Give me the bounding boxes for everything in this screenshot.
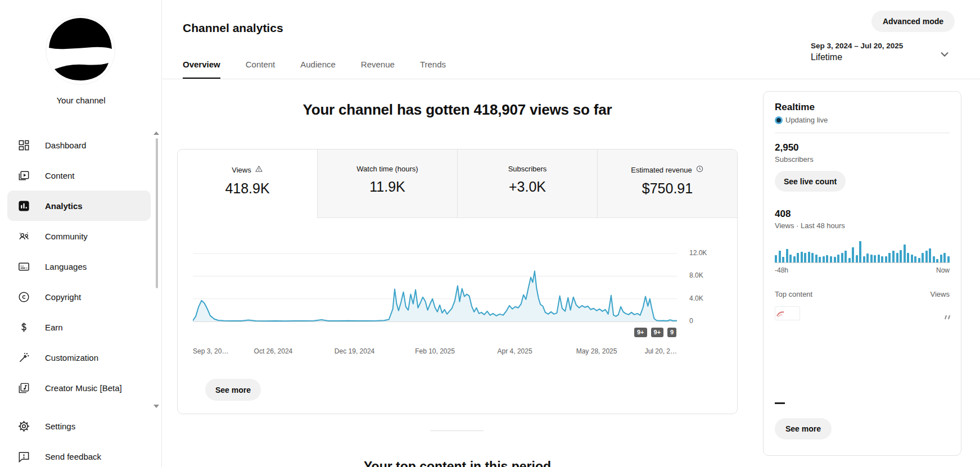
community-icon	[17, 229, 30, 243]
video-thumbnail[interactable]	[775, 306, 800, 320]
realtime-status: Updating live	[775, 116, 950, 124]
realtime-bar	[856, 255, 858, 262]
sidebar-item-content[interactable]: Content	[7, 160, 151, 191]
axis-left-label: -48h	[775, 266, 788, 274]
views-line-chart[interactable]	[193, 228, 677, 341]
realtime-bar-chart[interactable]	[775, 241, 950, 263]
tab-content[interactable]: Content	[246, 54, 276, 79]
realtime-bar	[782, 257, 784, 262]
y-axis-tick: 12.0K	[689, 249, 707, 257]
realtime-bar	[904, 244, 906, 262]
page-title: Channel analytics	[183, 21, 283, 35]
sidebar-item-customization[interactable]: Customization	[7, 342, 151, 373]
sidebar-item-send-feedback[interactable]: Send feedback	[7, 441, 151, 467]
analytics-summary-card: Views418.9KWatch time (hours)11.9KSubscr…	[177, 149, 738, 414]
x-axis-tick: Apr 4, 2025	[498, 347, 532, 355]
realtime-bar	[801, 252, 803, 262]
metric-tab-estimated-revenue[interactable]: Estimated revenue$750.91	[597, 149, 737, 218]
realtime-bar	[811, 253, 814, 262]
sidebar-scrollbar-thumb[interactable]	[156, 138, 158, 288]
sidebar-item-settings[interactable]: Settings	[7, 411, 151, 441]
sidebar-item-label: Customization	[45, 353, 98, 362]
sidebar-item-languages[interactable]: Languages	[7, 251, 151, 282]
y-axis-tick: 8.0K	[689, 271, 703, 279]
youtube-studio-analytics-page: Your channel DashboardContentAnalyticsCo…	[0, 0, 980, 467]
scrollbar-up-arrow[interactable]	[153, 132, 159, 135]
realtime-bar	[878, 255, 880, 262]
analytics-icon	[17, 199, 30, 212]
chart-note-badge[interactable]: 9+	[651, 328, 664, 337]
chevron-down-icon[interactable]	[938, 47, 951, 61]
sidebar-item-label: Dashboard	[45, 140, 86, 150]
metric-tab-subscribers[interactable]: Subscribers+3.0K	[457, 149, 597, 218]
realtime-bar	[793, 256, 796, 262]
languages-icon	[17, 260, 30, 273]
advanced-mode-button[interactable]: Advanced mode	[871, 11, 955, 32]
sidebar: Your channel DashboardContentAnalyticsCo…	[0, 0, 162, 467]
sidebar-item-creator-music-beta[interactable]: Creator Music [Beta]	[7, 373, 151, 403]
sidebar-item-earn[interactable]: Earn	[7, 312, 151, 342]
realtime-bar	[943, 253, 946, 262]
next-section-title: Your top content in this period	[177, 459, 738, 467]
sidebar-menu: DashboardContentAnalyticsCommunityLangua…	[0, 130, 159, 467]
realtime-bar	[911, 255, 913, 262]
x-axis-tick: Oct 26, 2024	[254, 347, 293, 355]
realtime-bar	[918, 258, 920, 262]
realtime-bar	[929, 248, 931, 262]
sidebar-item-label: Languages	[45, 262, 87, 271]
realtime-divider	[775, 133, 950, 133]
axis-right-label: Now	[936, 266, 950, 274]
top-content-views-redacted	[945, 315, 950, 320]
realtime-bar	[844, 251, 847, 262]
realtime-bar	[914, 256, 916, 262]
realtime-bar	[892, 251, 895, 262]
sidebar-item-analytics[interactable]: Analytics	[7, 191, 151, 221]
top-content-row[interactable]	[775, 306, 950, 320]
chart-note-badge[interactable]: 9+	[634, 328, 647, 337]
realtime-title: Realtime	[775, 102, 950, 113]
see-live-count-button[interactable]: See live count	[775, 171, 846, 192]
realtime-see-more-button[interactable]: See more	[775, 418, 832, 439]
settings-icon	[17, 419, 30, 433]
realtime-bar	[819, 257, 821, 262]
scrollbar-down-arrow[interactable]	[153, 405, 159, 408]
date-preset-text: Lifetime	[811, 52, 903, 62]
sidebar-item-label: Content	[45, 171, 75, 180]
realtime-bar	[797, 253, 799, 262]
realtime-bar	[947, 256, 950, 262]
sidebar-item-community[interactable]: Community	[7, 221, 151, 251]
thumbnail-image	[775, 307, 800, 320]
realtime-bar	[830, 256, 832, 262]
channel-label: Your channel	[0, 96, 162, 105]
sidebar-item-copyright[interactable]: Copyright	[7, 282, 151, 312]
chart-note-badge[interactable]: 9	[667, 328, 676, 337]
realtime-bar-axis: -48h Now	[775, 266, 950, 274]
tab-trends[interactable]: Trends	[420, 54, 446, 79]
tab-audience[interactable]: Audience	[300, 54, 336, 79]
channel-avatar[interactable]	[46, 15, 115, 85]
tab-overview[interactable]: Overview	[183, 54, 220, 79]
creator-music-icon	[17, 381, 30, 395]
customization-icon	[17, 351, 30, 364]
clock-icon	[696, 165, 704, 175]
realtime-subscribers-value: 2,950	[775, 142, 950, 153]
dashboard-icon	[17, 138, 30, 152]
realtime-bar	[834, 257, 836, 262]
earn-icon	[17, 320, 30, 334]
realtime-bar	[881, 256, 883, 262]
metric-value: 418.9K	[178, 180, 317, 197]
see-more-button[interactable]: See more	[205, 379, 261, 401]
tab-revenue[interactable]: Revenue	[361, 54, 395, 79]
x-axis-tick: Dec 19, 2024	[335, 347, 374, 355]
avatar-image	[46, 15, 115, 85]
sidebar-item-label: Earn	[45, 323, 63, 332]
date-range-selector[interactable]: Sep 3, 2024 – Jul 20, 2025 Lifetime	[811, 42, 903, 62]
realtime-bar	[789, 255, 792, 262]
metric-tab-watch-time-hours[interactable]: Watch time (hours)11.9K	[317, 149, 457, 218]
realtime-panel: Realtime Updating live 2,950 Subscribers…	[763, 91, 961, 456]
views-headline: Your channel has gotten 418,907 views so…	[177, 101, 738, 119]
metric-tab-views[interactable]: Views418.9K	[178, 149, 317, 218]
metric-label: Subscribers	[508, 165, 547, 173]
realtime-bar	[863, 256, 865, 262]
sidebar-item-dashboard[interactable]: Dashboard	[7, 130, 151, 160]
